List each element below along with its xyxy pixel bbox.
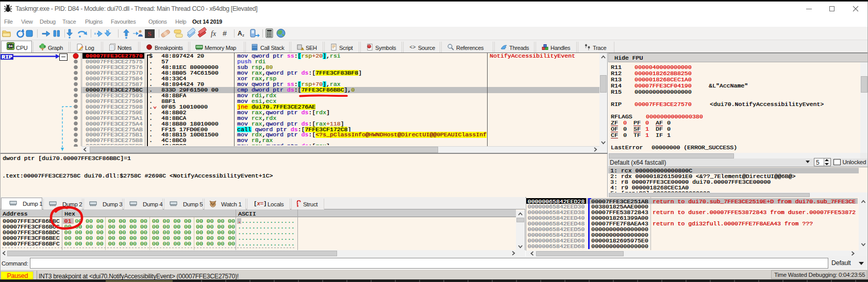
svg-text:fx: fx <box>211 30 216 38</box>
svg-text:<>: <> <box>409 45 415 50</box>
svg-text:#: # <box>223 29 227 38</box>
svg-text:z: z <box>242 33 244 38</box>
svg-text:A: A <box>238 30 242 37</box>
svg-text:S: S <box>147 30 151 38</box>
svg-text:64: 64 <box>9 44 13 48</box>
